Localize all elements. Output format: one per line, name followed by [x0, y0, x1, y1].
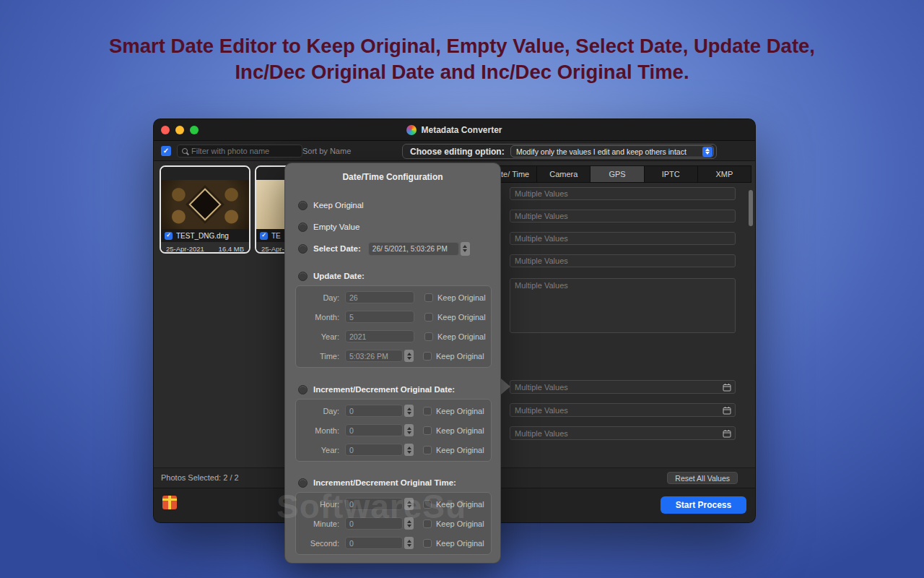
popover-arrow [501, 379, 510, 394]
keep-original-checkbox[interactable] [424, 332, 433, 341]
minute-input[interactable] [345, 517, 403, 530]
reset-all-values-button[interactable]: Reset All Values [667, 472, 738, 484]
stepper-icon[interactable] [404, 444, 414, 456]
calendar-icon[interactable] [723, 429, 731, 438]
keep-original-checkbox[interactable] [424, 313, 433, 322]
inc-day-row: Day: Keep Original [296, 401, 491, 420]
gps-field-2[interactable] [510, 210, 736, 223]
keep-original-label: Keep Original [436, 426, 484, 435]
photo-checkbox[interactable] [260, 232, 268, 240]
keep-original-checkbox[interactable] [423, 500, 432, 509]
keep-original-checkbox[interactable] [423, 426, 432, 435]
photo-name: TEST_DNG.dng [176, 232, 229, 240]
keep-original-checkbox[interactable] [423, 519, 432, 528]
update-day-row: Day: Keep Original [296, 288, 491, 307]
hour-input[interactable] [345, 498, 403, 510]
select-all-checkbox[interactable] [161, 146, 171, 156]
gps-field-4[interactable] [510, 254, 736, 267]
year-input[interactable] [345, 330, 414, 342]
update-date-label: Update Date: [313, 272, 365, 280]
tab-iptc[interactable]: IPTC [645, 166, 698, 182]
filter-input[interactable] [191, 147, 297, 155]
keep-original-label: Keep Original [436, 407, 484, 415]
keep-original-checkbox[interactable] [424, 293, 433, 302]
date-stepper-icon[interactable] [461, 242, 470, 256]
empty-value-option[interactable]: Empty Value [298, 220, 359, 234]
photo-checkbox[interactable] [165, 232, 173, 240]
photo-size: 16.4 MB [219, 245, 244, 253]
year-label: Year: [302, 446, 339, 454]
photo-info-row: 25-Apr-2021 16.4 MB [161, 242, 249, 254]
stepper-icon[interactable] [404, 405, 414, 417]
calendar-icon[interactable] [723, 406, 731, 415]
date-field-3-input[interactable] [510, 429, 723, 438]
window-title: Metadata Converter [154, 125, 755, 135]
keep-original-option[interactable]: Keep Original [298, 198, 364, 212]
photo-name: TE [271, 232, 281, 240]
radio-icon[interactable] [298, 244, 308, 254]
filter-search-field[interactable] [177, 144, 302, 158]
update-date-option[interactable]: Update Date: [298, 269, 365, 283]
time-stepper-icon[interactable] [404, 350, 414, 362]
calendar-icon[interactable] [723, 383, 731, 392]
kaleidoscope-pattern [188, 188, 221, 220]
day-label: Day: [302, 293, 339, 302]
month-input[interactable] [345, 311, 414, 323]
gps-field-3[interactable] [510, 232, 736, 245]
hour-label: Hour: [302, 500, 339, 509]
radio-icon[interactable] [298, 272, 308, 281]
keep-original-label: Keep Original [313, 201, 364, 210]
photo-card-1[interactable]: TEST_DNG.dng 25-Apr-2021 16.4 MB [160, 165, 250, 254]
time-input[interactable] [345, 350, 403, 362]
stepper-icon[interactable] [404, 498, 414, 510]
tab-camera[interactable]: Camera [537, 166, 590, 182]
year-input[interactable] [345, 444, 403, 456]
keep-original-checkbox[interactable] [423, 407, 432, 415]
start-process-button[interactable]: Start Process [661, 496, 746, 514]
tab-gps[interactable]: GPS [590, 166, 644, 182]
dropdown-chevrons-icon [702, 147, 712, 157]
gift-icon[interactable] [162, 496, 177, 509]
inc-second-row: Second: Keep Original [296, 533, 491, 553]
inc-dec-date-option[interactable]: Increment/Decrement Original Date: [298, 382, 455, 397]
second-input[interactable] [345, 537, 403, 549]
stepper-icon[interactable] [404, 517, 414, 530]
select-date-picker[interactable]: 26/ 5/2021, 5:03:26 PM [368, 242, 459, 256]
keep-original-checkbox[interactable] [423, 446, 432, 454]
date-field-2-input[interactable] [510, 406, 723, 415]
date-field-1-input[interactable] [510, 383, 723, 392]
day-label: Day: [302, 407, 339, 415]
vertical-scrollbar[interactable] [749, 190, 753, 226]
second-label: Second: [302, 539, 339, 548]
editing-option-dropdown[interactable]: Modify only the values I edit and keep o… [510, 145, 714, 158]
day-input[interactable] [345, 405, 403, 417]
radio-icon[interactable] [298, 385, 308, 394]
keep-original-checkbox[interactable] [423, 539, 432, 548]
tab-xmp[interactable]: XMP [698, 166, 751, 182]
gps-field-1[interactable] [510, 187, 736, 200]
gps-textarea[interactable]: Multiple Values [510, 278, 736, 333]
radio-icon[interactable] [298, 478, 308, 488]
month-label: Month: [302, 313, 339, 322]
date-field-2[interactable] [510, 403, 736, 417]
day-input[interactable] [345, 291, 414, 303]
keep-original-label: Keep Original [437, 332, 486, 341]
select-date-option[interactable]: Select Date: 26/ 5/2021, 5:03:26 PM [298, 241, 470, 256]
keep-original-checkbox[interactable] [423, 352, 432, 361]
date-field-1[interactable] [510, 380, 736, 394]
stepper-icon[interactable] [404, 537, 414, 549]
date-field-3[interactable] [510, 426, 736, 440]
stepper-icon[interactable] [404, 424, 414, 436]
photo-thumbnail-dng[interactable] [161, 180, 249, 229]
radio-icon[interactable] [298, 201, 308, 210]
month-input[interactable] [345, 424, 403, 436]
radio-icon[interactable] [298, 223, 308, 232]
empty-value-label: Empty Value [313, 223, 359, 231]
select-date-label: Select Date: [313, 244, 361, 253]
time-label: Time: [302, 352, 339, 361]
keep-original-label: Keep Original [437, 293, 486, 302]
inc-dec-time-option[interactable]: Increment/Decrement Original Time: [298, 475, 456, 490]
metadata-tabbar: Date/ Time Camera GPS IPTC XMP [483, 165, 751, 183]
sort-by-name-label[interactable]: Sort by Name [302, 147, 351, 155]
minute-label: Minute: [302, 519, 339, 528]
